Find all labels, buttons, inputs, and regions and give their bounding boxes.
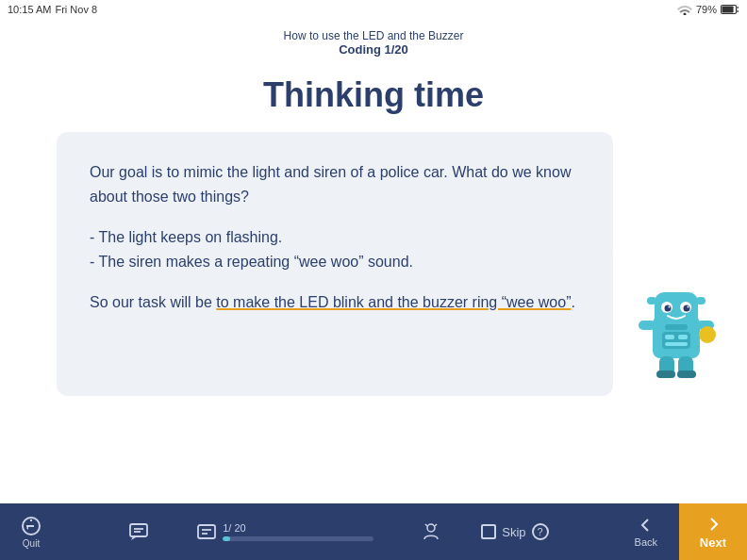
svg-rect-12 bbox=[647, 297, 656, 305]
bubble-arrow bbox=[596, 240, 624, 269]
svg-rect-3 bbox=[722, 7, 734, 13]
next-label: Next bbox=[700, 535, 726, 550]
back-button[interactable]: Back bbox=[613, 508, 679, 555]
svg-rect-15 bbox=[639, 321, 656, 330]
svg-point-17 bbox=[699, 326, 716, 343]
paragraph1-text: Our goal is to mimic the light and siren… bbox=[90, 164, 571, 205]
skip-label[interactable]: Skip bbox=[502, 525, 525, 539]
status-time: 10:15 AM bbox=[8, 4, 51, 15]
skip-checkbox[interactable] bbox=[481, 524, 496, 539]
status-battery: 79% bbox=[696, 4, 717, 15]
quit-label: Quit bbox=[23, 538, 40, 549]
status-left: 10:15 AM Fri Nov 8 bbox=[8, 4, 97, 15]
header-subtitle: How to use the LED and the Buzzer bbox=[284, 29, 464, 42]
robot-svg bbox=[634, 283, 719, 387]
svg-rect-5 bbox=[655, 292, 698, 326]
svg-point-11 bbox=[688, 306, 689, 308]
svg-point-35 bbox=[427, 524, 435, 532]
status-right: 79% bbox=[677, 4, 739, 15]
content-bullet-2: - The siren makes a repeating “wee woo” … bbox=[90, 250, 580, 274]
progress-label: 1/ 20 bbox=[223, 522, 374, 534]
next-button[interactable]: Next bbox=[679, 503, 747, 560]
svg-rect-21 bbox=[677, 371, 696, 378]
svg-point-8 bbox=[665, 305, 672, 312]
progress-bar-track bbox=[223, 536, 374, 541]
progress-area: 1/ 20 bbox=[189, 518, 381, 546]
content-paragraph-1: Our goal is to mimic the light and siren… bbox=[90, 160, 580, 208]
svg-point-10 bbox=[669, 306, 671, 308]
svg-marker-26 bbox=[596, 248, 615, 261]
svg-line-37 bbox=[435, 524, 437, 526]
svg-rect-24 bbox=[678, 335, 688, 339]
svg-rect-13 bbox=[696, 297, 706, 305]
svg-line-36 bbox=[425, 524, 427, 526]
toolbar-right: Back Next bbox=[613, 503, 747, 560]
content-card: Our goal is to mimic the light and siren… bbox=[57, 132, 613, 396]
progress-icon bbox=[196, 521, 217, 542]
header-coding-label: Coding 1/20 bbox=[339, 42, 408, 57]
progress-bar-fill bbox=[223, 536, 230, 541]
bottom-toolbar: Quit 1/ 20 bbox=[0, 503, 747, 560]
back-label: Back bbox=[635, 536, 657, 548]
page-title: Thinking time bbox=[0, 75, 747, 115]
next-arrow-icon bbox=[704, 515, 722, 534]
skip-area: Skip ? bbox=[481, 523, 548, 540]
chat-button[interactable] bbox=[117, 516, 160, 548]
svg-rect-25 bbox=[665, 342, 688, 346]
progress-button[interactable]: 1/ 20 bbox=[189, 518, 381, 546]
toolbar-center: 1/ 20 Skip ? bbox=[53, 516, 613, 548]
robot-character bbox=[634, 283, 719, 387]
task-prefix: So our task will be bbox=[90, 294, 216, 310]
battery-icon bbox=[721, 4, 739, 15]
task-highlight: to make the LED blink and the buzzer rin… bbox=[216, 294, 571, 310]
svg-rect-14 bbox=[665, 324, 688, 330]
svg-rect-32 bbox=[198, 525, 215, 538]
svg-rect-29 bbox=[130, 524, 147, 536]
quit-button[interactable]: Quit bbox=[9, 510, 53, 554]
character-icon bbox=[421, 521, 441, 542]
svg-rect-20 bbox=[656, 371, 675, 378]
content-bullet-1: - The light keeps on flashing. bbox=[90, 225, 580, 250]
svg-rect-23 bbox=[665, 335, 674, 339]
character-button[interactable] bbox=[409, 516, 453, 548]
back-arrow-icon bbox=[637, 516, 656, 535]
task-suffix: . bbox=[571, 294, 574, 310]
content-task: So our task will be to make the LED blin… bbox=[90, 290, 580, 315]
status-day: Fri Nov 8 bbox=[55, 4, 97, 15]
page-title-area: Thinking time bbox=[0, 66, 747, 124]
toolbar-left: Quit bbox=[0, 510, 53, 554]
quit-icon bbox=[21, 516, 42, 536]
status-bar: 10:15 AM Fri Nov 8 79% bbox=[0, 0, 747, 19]
page-header: How to use the LED and the Buzzer Coding… bbox=[0, 19, 747, 66]
svg-point-9 bbox=[684, 305, 690, 312]
help-icon[interactable]: ? bbox=[532, 523, 549, 540]
chat-icon bbox=[128, 521, 149, 542]
svg-rect-22 bbox=[662, 332, 690, 349]
wifi-icon bbox=[677, 4, 692, 15]
